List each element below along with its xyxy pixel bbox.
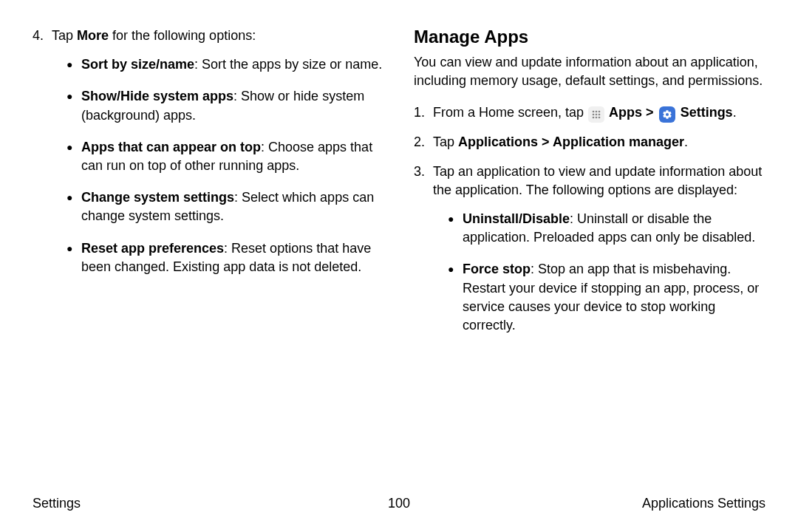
bullet-icon: ● — [66, 55, 81, 74]
step-4: 4. Tap More for the following options: ●… — [33, 27, 384, 290]
svg-point-5 — [598, 114, 601, 116]
svg-point-4 — [596, 114, 598, 116]
right-column: Manage Apps You can view and update info… — [414, 27, 765, 358]
list-item: ● Reset app preferences: Reset options t… — [66, 239, 384, 276]
step-number: 3. — [414, 163, 433, 349]
step-text-post: for the following options: — [109, 28, 256, 43]
svg-point-1 — [596, 111, 598, 113]
step-2: 2. Tap Applications > Application manage… — [414, 133, 765, 151]
bullet-bold: Apps that can appear on top — [81, 140, 261, 154]
bullet-bold: Uninstall/Disable — [463, 211, 570, 226]
step-text-pre: Tap — [52, 28, 77, 43]
svg-point-2 — [598, 111, 601, 113]
section-intro: You can view and update information abou… — [414, 53, 765, 90]
apps-label: Apps — [609, 105, 642, 120]
step-body: Tap Applications > Application manager. — [433, 133, 765, 151]
step-end: . — [684, 134, 688, 149]
bullet-bold: Change system settings — [81, 190, 234, 205]
svg-point-3 — [593, 114, 595, 116]
svg-point-8 — [598, 117, 601, 119]
step-text-pre: From a Home screen, tap — [433, 105, 587, 120]
footer-page-number: 100 — [388, 496, 410, 511]
step-number: 2. — [414, 133, 433, 151]
step-text-bold: More — [77, 28, 109, 43]
footer-left: Settings — [33, 496, 81, 511]
list-item: ● Apps that can appear on top: Choose ap… — [66, 138, 384, 175]
step-body: From a Home screen, tap Apps > Settings. — [433, 103, 765, 123]
page-footer: Settings 100 Applications Settings — [33, 496, 765, 511]
apps-icon — [588, 106, 604, 123]
bullet-rest: : Sort the apps by size or name. — [194, 57, 382, 72]
step-body: Tap More for the following options: ● So… — [52, 27, 384, 290]
bullet-icon: ● — [66, 239, 81, 276]
list-item: ● Uninstall/Disable: Uninstall or disabl… — [448, 210, 765, 247]
bullet-icon: ● — [448, 210, 463, 247]
list-item: ● Force stop: Stop an app that is misbeh… — [448, 260, 765, 335]
svg-point-6 — [593, 117, 595, 119]
bullet-icon: ● — [66, 138, 81, 175]
step-3: 3. Tap an application to view and update… — [414, 163, 765, 349]
section-heading: Manage Apps — [414, 27, 765, 47]
bullet-body: Change system settings: Select which app… — [81, 188, 384, 225]
step-text: Tap an application to view and update in… — [433, 164, 762, 197]
list-item: ● Show/Hide system apps: Show or hide sy… — [66, 87, 384, 124]
bullet-bold: Reset app preferences — [81, 241, 224, 256]
bullet-body: Reset app preferences: Reset options tha… — [81, 239, 384, 276]
page-columns: 4. Tap More for the following options: ●… — [33, 27, 765, 358]
svg-point-7 — [596, 117, 598, 119]
bullet-icon: ● — [66, 87, 81, 124]
bullet-bold: Sort by size/name — [81, 57, 194, 72]
svg-point-0 — [593, 111, 595, 113]
bullet-body: Sort by size/name: Sort the apps by size… — [81, 55, 382, 74]
step-number: 4. — [33, 27, 52, 290]
bullet-body: Apps that can appear on top: Choose apps… — [81, 138, 384, 175]
list-item: ● Change system settings: Select which a… — [66, 188, 384, 225]
step-4-bullets: ● Sort by size/name: Sort the apps by si… — [52, 55, 384, 276]
bullet-bold: Show/Hide system apps — [81, 89, 233, 103]
bullet-body: Force stop: Stop an app that is misbehav… — [463, 260, 765, 335]
right-steps: 1. From a Home screen, tap Apps > Settin… — [414, 103, 765, 348]
bullet-bold: Force stop — [463, 262, 531, 276]
step-3-bullets: ● Uninstall/Disable: Uninstall or disabl… — [433, 210, 765, 335]
left-column: 4. Tap More for the following options: ●… — [33, 27, 384, 358]
bullet-body: Show/Hide system apps: Show or hide syst… — [81, 87, 384, 124]
settings-label: Settings — [681, 105, 733, 120]
settings-icon — [659, 106, 675, 123]
bullet-icon: ● — [66, 188, 81, 225]
bullet-icon: ● — [448, 260, 463, 335]
step-1: 1. From a Home screen, tap Apps > Settin… — [414, 103, 765, 123]
step-body: Tap an application to view and update in… — [433, 163, 765, 349]
step-text-pre: Tap — [433, 134, 458, 149]
step-text-bold: Applications > Application manager — [458, 134, 684, 149]
step-end: . — [733, 105, 737, 120]
nav-separator: > — [642, 105, 658, 120]
footer-right: Applications Settings — [642, 496, 765, 511]
list-item: ● Sort by size/name: Sort the apps by si… — [66, 55, 384, 74]
bullet-body: Uninstall/Disable: Uninstall or disable … — [463, 210, 765, 247]
step-number: 1. — [414, 103, 433, 123]
